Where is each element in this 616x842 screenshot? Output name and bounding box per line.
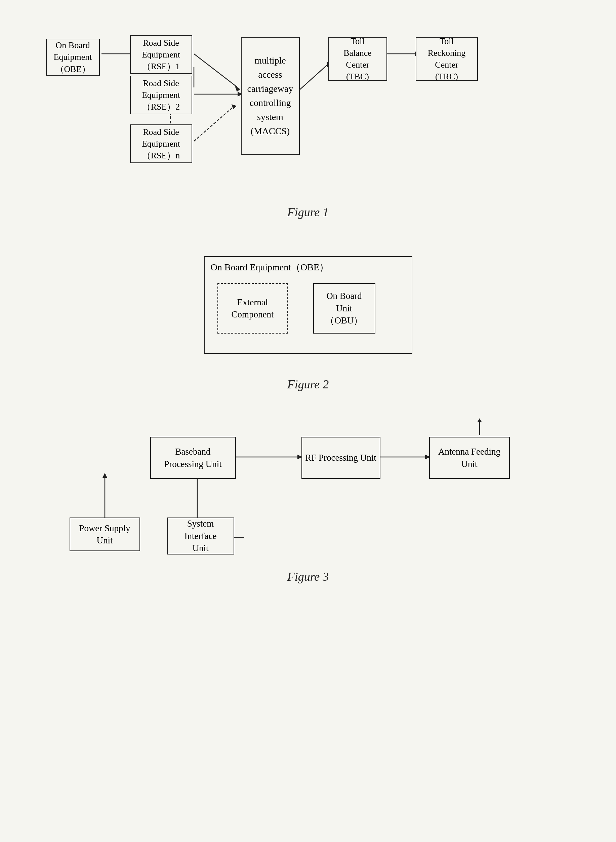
figure2-caption: Figure 2 <box>27 377 589 391</box>
external-component-box: ExternalComponent <box>217 283 288 334</box>
rf-box: RF Processing Unit <box>301 437 380 479</box>
maccs-box: multipleaccesscarriagewaycontrollingsyst… <box>241 37 300 155</box>
rsen-box: Road SideEquipment（RSE）n <box>130 125 192 163</box>
figure1-section: On Board Equipment （OBE） Road SideEquipm… <box>27 20 589 219</box>
svg-marker-7 <box>232 104 236 109</box>
baseband-box: BasebandProcessing Unit <box>150 437 236 479</box>
power-box: Power Supply Unit <box>70 517 140 551</box>
rse1-box: Road SideEquipment（RSE）1 <box>130 35 192 74</box>
figure3-caption: Figure 3 <box>27 570 589 584</box>
obu-box: On BoardUnit（OBU） <box>313 283 375 334</box>
obe-box: On Board Equipment （OBE） <box>46 39 100 76</box>
svg-marker-18 <box>103 473 107 478</box>
svg-line-8 <box>295 64 329 94</box>
figure3-diagram: BasebandProcessing Unit RF Processing Un… <box>56 418 560 560</box>
page: On Board Equipment （OBE） Road SideEquipm… <box>27 20 589 584</box>
figure1-arrows <box>39 20 577 195</box>
figure1-caption: Figure 1 <box>27 205 589 219</box>
rse2-box: Road SideEquipment（RSE）2 <box>130 76 192 114</box>
svg-line-2 <box>194 54 238 87</box>
tbc-box: TollBalanceCenter(TBC) <box>329 37 387 81</box>
antenna-box: Antenna FeedingUnit <box>429 437 510 479</box>
figure3-section: BasebandProcessing Unit RF Processing Un… <box>27 418 589 584</box>
svg-line-6 <box>194 106 234 141</box>
system-interface-box: System InterfaceUnit <box>167 517 234 554</box>
figure2-section: On Board Equipment（OBE） ExternalComponen… <box>27 246 589 391</box>
trc-box: TollReckoningCenter(TRC) <box>416 37 478 81</box>
svg-marker-26 <box>477 418 482 422</box>
